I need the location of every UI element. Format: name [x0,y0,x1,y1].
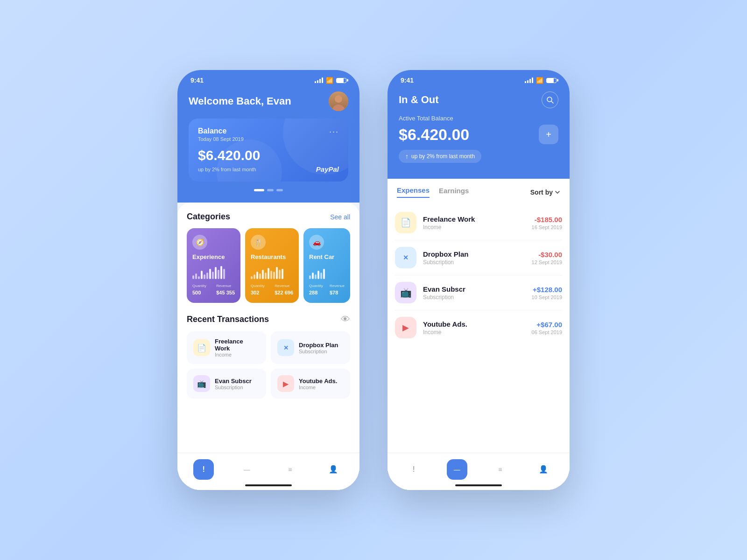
category-restaurants[interactable]: 🍴 Restaurants [245,228,299,303]
txn-row-evan[interactable]: 📺 Evan Subscr Subscription +$128.00 10 S… [395,275,562,310]
nav-profile-2[interactable]: 👤 [533,459,554,480]
nav-profile-1[interactable]: 👤 [323,459,344,480]
nav-bar-2 [455,484,502,486]
nav-wallet-2[interactable]: — [447,459,467,480]
balance-section-2: Active Total Balance $6.420.00 + ↑ up by… [399,115,558,163]
txn-mini-youtube[interactable]: ▶ Youtube Ads. Income [271,369,350,399]
dot-2[interactable] [267,189,274,191]
search-button[interactable] [542,91,558,108]
txn-mini-evan[interactable]: 📺 Evan Subscr Subscription [187,369,266,399]
header-row-2: In & Out [399,91,558,108]
nav-list-icon-2: ≡ [498,466,502,473]
txn-mini-freelance[interactable]: 📄 Freelance Work Income [187,331,266,364]
txn-row-dropbox[interactable]: ✕ Dropbox Plan Subscription -$30.00 12 S… [395,240,562,275]
experience-name: Experience [192,253,235,260]
balance-main-row: $6.420.00 + [399,125,558,144]
restaurants-bars [251,265,293,279]
dropbox-name: Dropbox Plan [299,342,338,349]
evan-name-lg: Evan Subscr [423,285,525,293]
dropbox-details: Dropbox Plan Subscription [423,250,525,266]
txn-mini-dropbox[interactable]: ✕ Dropbox Plan Subscription [271,331,350,364]
youtube-name-lg: Youtube Ads. [423,320,525,328]
nav-list-1[interactable]: ≡ [280,459,300,480]
sort-label: Sort by [530,189,553,196]
dropbox-info: Dropbox Plan Subscription [299,342,338,354]
category-rentcar[interactable]: 🚗 Rent Car Quantity 288 Reven [303,228,350,303]
time-1: 9:41 [190,77,204,84]
freelance-name-lg: Freelance Work [423,215,525,223]
freelance-sub-lg: Income [423,224,525,231]
card-amount: $6.420.00 [198,147,339,163]
header-row-1: Welcome Back, Evan [189,91,348,111]
evan-details: Evan Subscr Subscription [423,285,525,301]
rentcar-stats: Quantity 288 Revenue $78 [309,284,345,296]
bottom-nav-2: ! — ≡ 👤 [388,453,570,490]
evan-amount-col: +$128.00 10 Sept 2019 [532,286,562,300]
txn-row-freelance[interactable]: 📄 Freelance Work Income -$185.00 16 Sept… [395,205,562,240]
experience-stats: Quantity 500 Revenue $45 355 [192,284,235,296]
dropbox-date: 12 Sept 2019 [532,259,562,265]
bottom-nav-1: ! — ≡ 👤 [177,453,359,490]
card-menu[interactable]: ··· [329,127,339,137]
nav-profile-icon-2: 👤 [539,465,548,474]
nav-list-icon-1: ≡ [288,466,292,473]
evan-cat: Subscription [215,385,252,390]
phone-1: 9:41 📶 Welcome Back, Evan Balance [177,70,359,490]
freelance-amount: -$185.00 [532,216,562,224]
battery-2 [546,78,557,83]
recent-eye-icon[interactable]: 👁 [341,314,350,325]
rentcar-name: Rent Car [309,253,345,260]
freelance-info: Freelance Work Income [215,338,260,357]
status-bar-2: 9:41 📶 [388,70,570,87]
tab-earnings[interactable]: Earnings [439,187,469,197]
see-all-btn[interactable]: See all [330,213,350,221]
dropbox-icon-lg: ✕ [395,247,416,268]
card-dots-row [189,185,348,193]
dot-3[interactable] [276,189,283,191]
dropbox-name-lg: Dropbox Plan [423,250,525,258]
evan-icon-lg: 📺 [395,282,416,303]
dropbox-icon: ✕ [277,339,294,356]
nav-home-2[interactable]: ! [403,459,424,480]
nav-wallet-1[interactable]: — [237,459,257,480]
youtube-icon: ▶ [277,375,294,392]
category-experience[interactable]: 🧭 Experience [187,228,240,303]
freelance-name: Freelance Work [215,338,260,352]
evan-icon: 📺 [193,375,210,392]
txn-row-youtube[interactable]: ▶ Youtube Ads. Income +$67.00 06 Sept 20… [395,310,562,345]
recent-title: Recent Transactions [187,315,269,324]
svg-line-1 [551,101,553,103]
header-blue-2: In & Out Active Total Balance $6.420.00 … [388,87,570,179]
recent-header: Recent Transactions 👁 [187,314,350,325]
freelance-cat: Income [215,352,260,357]
tab-expenses[interactable]: Expenses [397,186,430,198]
add-button[interactable]: + [539,125,558,144]
signal-2 [525,77,533,83]
evan-info: Evan Subscr Subscription [215,378,252,390]
dot-active[interactable] [254,189,264,191]
nav-home-1[interactable]: ! [193,459,214,480]
avatar[interactable] [329,91,348,111]
experience-bars [192,265,235,279]
content-area-2: Expenses Earnings Sort by 📄 Freelance Wo… [388,179,570,490]
nav-list-2[interactable]: ≡ [490,459,510,480]
evan-name: Evan Subscr [215,378,252,385]
evan-amount: +$128.00 [532,286,562,294]
youtube-name: Youtube Ads. [299,378,337,385]
transaction-list: 📄 Freelance Work Income -$185.00 16 Sept… [388,202,570,490]
nav-wallet-icon-2: — [454,466,460,473]
nav-home-icon-2: ! [413,465,415,474]
card-top: Balance Today 08 Sept 2019 ··· [198,127,339,142]
card-title: Balance [198,127,244,135]
header-blue-1: Welcome Back, Evan Balance Today 08 Sept… [177,87,359,203]
welcome-text: Welcome Back, Evan [189,95,291,107]
nav-profile-icon-1: 👤 [329,465,338,474]
card-date: Today 08 Sept 2019 [198,136,244,142]
restaurants-icon: 🍴 [251,235,266,250]
nav-bar-1 [245,484,292,486]
dropbox-sub-lg: Subscription [423,259,525,266]
youtube-icon-lg: ▶ [395,317,416,338]
wifi-2: 📶 [536,77,543,84]
sort-button[interactable]: Sort by [530,189,560,196]
restaurants-stats: Quantity 302 Revenue $22 696 [251,284,293,296]
